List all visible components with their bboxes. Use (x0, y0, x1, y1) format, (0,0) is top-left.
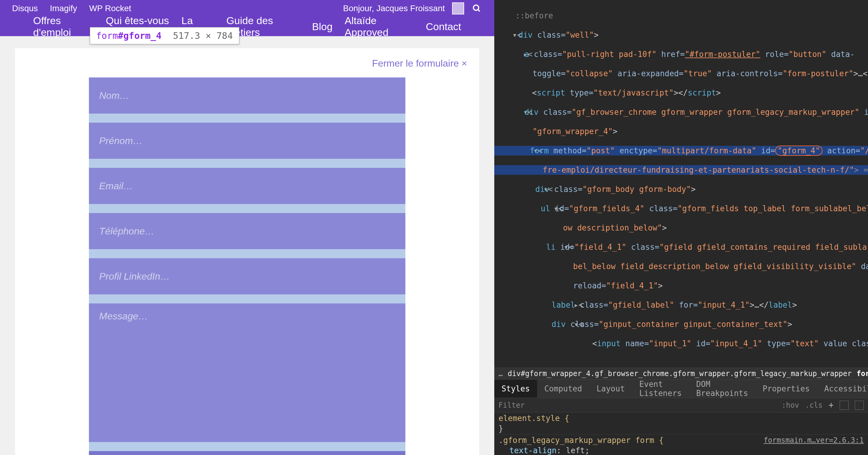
dom-tree[interactable]: ::before ▾<div class="well"> ▸<a class="… (494, 0, 868, 368)
site-header: Disqus Imagify WP Rocket Bonjour, Jacque… (0, 0, 494, 36)
css-rule: element.style { } (494, 413, 868, 434)
tab-styles[interactable]: Styles (494, 380, 537, 398)
input-prenom[interactable]: Prénom… (89, 123, 405, 159)
tab-eventlisteners[interactable]: Event Listeners (632, 380, 689, 398)
tab-layout[interactable]: Layout (589, 380, 632, 398)
adminbar-link-wprocket[interactable]: WP Rocket (89, 4, 131, 13)
attach-file-button[interactable]: JOINDRE UN FICHIER (89, 451, 405, 455)
field-gap (89, 249, 405, 258)
field-gap (89, 113, 405, 123)
breadcrumb[interactable]: … div#gform_wrapper_4.gf_browser_chrome.… (494, 368, 868, 380)
styles-filterbar: Filter :hov .cls + (494, 398, 868, 413)
input-linkedin[interactable]: Profil LinkedIn… (89, 258, 405, 294)
contact-form: Nom… Prénom… Email… Téléphone… Profil Li… (89, 77, 405, 455)
styles-pane[interactable]: element.style { } formsmain.m…ver=2.6.3:… (494, 413, 868, 455)
devtools-tabs: Styles Computed Layout Event Listeners D… (494, 380, 868, 398)
devtools-icon[interactable] (855, 401, 864, 410)
input-email[interactable]: Email… (89, 168, 405, 204)
cls-toggle[interactable]: .cls (805, 401, 823, 410)
input-telephone[interactable]: Téléphone… (89, 213, 405, 249)
nav-blog[interactable]: Blog (312, 21, 333, 33)
svg-point-0 (473, 5, 479, 10)
website-page: Disqus Imagify WP Rocket Bonjour, Jacque… (0, 0, 494, 455)
filter-input[interactable]: Filter (498, 401, 776, 410)
field-gap (89, 442, 405, 451)
nav-approved[interactable]: Altaïde Approved (344, 15, 413, 38)
svg-line-1 (478, 10, 480, 11)
css-rule: formsmain.m…ver=2.6.3:1 .gform_legacy_ma… (494, 434, 868, 455)
tab-computed[interactable]: Computed (537, 380, 589, 398)
adminbar-link-disqus[interactable]: Disqus (12, 4, 38, 13)
devtools-panel: ::before ▾<div class="well"> ▸<a class="… (494, 0, 868, 455)
input-message[interactable]: Message… (89, 303, 405, 442)
wp-adminbar: Disqus Imagify WP Rocket Bonjour, Jacque… (0, 0, 494, 17)
tab-dombreakpoints[interactable]: DOM Breakpoints (689, 380, 755, 398)
dom-selected-row: … ▾<form method="post" enctype="multipar… (494, 146, 868, 156)
tab-accessibility[interactable]: Accessibility (817, 380, 868, 398)
nav-contact[interactable]: Contact (426, 21, 461, 33)
input-nom[interactable]: Nom… (89, 77, 405, 113)
content-card: Fermer le formulaire × Nom… Prénom… Emai… (15, 48, 479, 455)
devtools-icon[interactable] (840, 401, 849, 410)
adminbar-link-imagify[interactable]: Imagify (50, 4, 77, 13)
main-nav: Offres d'emploi Qui êtes-vous ? La team … (0, 17, 494, 36)
search-icon[interactable] (471, 3, 482, 14)
adminbar-greeting[interactable]: Bonjour, Jacques Froissant (343, 4, 445, 13)
avatar[interactable] (452, 2, 464, 14)
field-gap (89, 159, 405, 168)
field-gap (89, 294, 405, 303)
nav-offres[interactable]: Offres d'emploi (33, 15, 94, 38)
source-link[interactable]: formsmain.m…ver=2.6.3:1 (764, 435, 864, 445)
tab-properties[interactable]: Properties (755, 380, 817, 398)
inspect-tooltip: form#gform_4 517.3 × 784 (90, 27, 239, 44)
close-form-link[interactable]: Fermer le formulaire × (27, 54, 467, 77)
hov-toggle[interactable]: :hov (782, 401, 799, 410)
field-gap (89, 204, 405, 213)
new-rule-icon[interactable]: + (829, 400, 834, 410)
